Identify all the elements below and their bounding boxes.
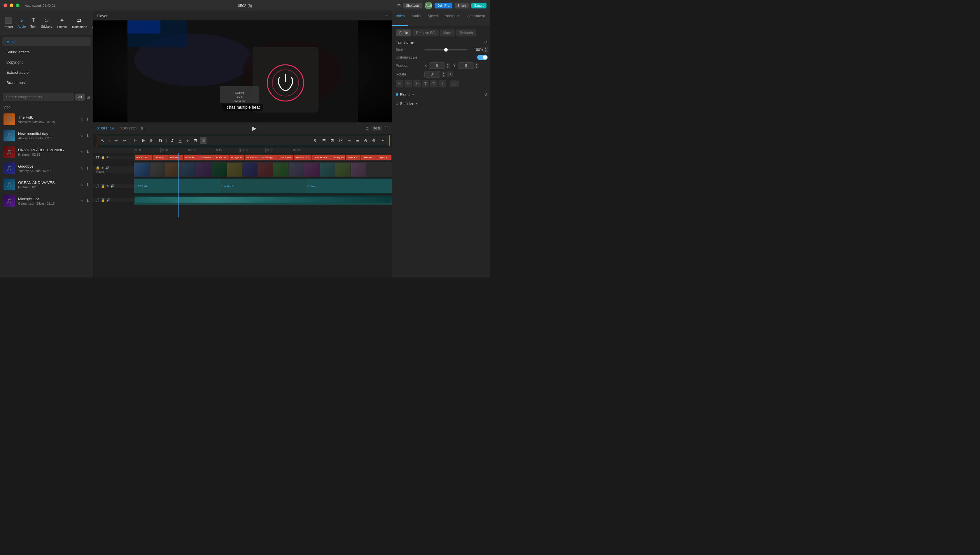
caption-clip-9[interactable]: TI settings (261, 155, 277, 160)
shortcuts-button[interactable]: Shortcuts (403, 3, 423, 8)
transform-reset-button[interactable]: ↺ (484, 40, 488, 45)
music-vol-icon[interactable]: 🔊 (106, 198, 110, 202)
scale-down-button[interactable]: ▼ (484, 50, 488, 53)
rotate-input[interactable]: 0° (424, 71, 440, 77)
caption-clip-1[interactable]: TI POV: Wh (135, 155, 152, 160)
scale-stepper[interactable]: ▲ ▼ (484, 47, 488, 53)
video-eye-icon[interactable]: 👁 (101, 166, 104, 170)
caption-clip-15[interactable]: TI enjoy th (360, 155, 375, 160)
video-clip-15[interactable] (350, 163, 366, 176)
caption-clip-6[interactable]: TI It is cal (215, 155, 230, 160)
song-download-2[interactable]: ⬇ (86, 133, 90, 138)
song-favorite-2[interactable]: ☆ (80, 133, 84, 138)
tl-text-align-left[interactable]: ⊨ (132, 137, 139, 144)
transform-expand-icon[interactable]: ▾ (413, 40, 415, 44)
sidebar-tab-brand-music[interactable]: Brand music (2, 78, 91, 87)
play-button[interactable]: ▶ (252, 125, 256, 132)
tl-mirror[interactable]: ⟡ (185, 137, 191, 144)
x-stepper[interactable]: ▲ ▼ (446, 63, 450, 69)
song-item-2[interactable]: 🎵 New beautiful day Aleksei Gorobeto · 0… (0, 127, 93, 144)
sidebar-tab-sound-effects[interactable]: Sound effects (2, 48, 91, 56)
fullscreen-button[interactable]: ⛶ (385, 126, 389, 131)
video-clip-12[interactable] (304, 163, 320, 176)
video-clip-10[interactable] (273, 163, 288, 176)
tab-video[interactable]: Video (392, 11, 408, 26)
scale-slider-thumb[interactable] (444, 48, 448, 51)
caption-clip-10[interactable]: TI customize (277, 155, 293, 160)
tl-split-audio[interactable]: ⊟ (321, 137, 328, 144)
video-lock-icon[interactable]: 🔒 (96, 166, 100, 170)
toolbar-import[interactable]: ⬛ Import (2, 16, 15, 30)
export-button[interactable]: Export (471, 3, 487, 8)
tab-adjustment[interactable]: Adjustment (464, 11, 488, 26)
player-menu-icon[interactable]: ⋯ (384, 13, 389, 18)
video-clip-5[interactable] (196, 163, 211, 176)
song-favorite-6[interactable]: ☆ (80, 199, 84, 203)
song-download-4[interactable]: ⬇ (86, 166, 90, 170)
song-download-6[interactable]: ⬇ (86, 199, 90, 203)
audio-eye-icon[interactable]: 👁 (106, 184, 109, 188)
align-top-button[interactable]: ⊤ (430, 80, 437, 87)
video-clip-14[interactable] (335, 163, 350, 176)
audio-tl-icon[interactable]: 🎵 (96, 184, 100, 188)
caption-clip-7[interactable]: TI Dryer w (230, 155, 244, 160)
video-clip-8[interactable] (243, 163, 257, 176)
rotate-stepper[interactable]: ▲ ▼ (442, 72, 446, 77)
eye-icon[interactable]: 👁 (106, 156, 109, 159)
join-pro-button[interactable]: Join Pro (435, 3, 452, 8)
scale-up-button[interactable]: ▲ (484, 47, 488, 50)
toolbar-text[interactable]: T Text (28, 16, 39, 30)
tl-split[interactable]: ⊢ (345, 137, 353, 144)
share-button[interactable]: Share (455, 3, 469, 8)
song-item-4[interactable]: 🎵 Goodbye Yummy Sounds · 02:38 ☆ ⬇ (0, 160, 93, 176)
basic-tab-retouch[interactable]: Retouch (456, 29, 476, 37)
tl-advanced[interactable]: ⊞⃝ (200, 137, 207, 144)
tl-tool-redo[interactable]: ↪ (121, 137, 128, 144)
basic-tab-mask[interactable]: Mask (440, 29, 455, 37)
blend-reset-button[interactable]: ↺ (484, 92, 488, 97)
video-clip-6[interactable] (212, 163, 227, 176)
tl-zoom-out[interactable]: ⊖ (362, 137, 369, 144)
tab-animation[interactable]: Animation (441, 11, 464, 26)
song-favorite-3[interactable]: ☆ (80, 149, 84, 154)
timeline-playhead[interactable] (178, 153, 178, 217)
song-favorite-5[interactable]: ☆ (80, 182, 84, 187)
caption-clip-3[interactable]: TI dryer; (169, 155, 183, 160)
video-audio-icon[interactable]: 🔊 (105, 166, 109, 170)
x-down-button[interactable]: ▼ (446, 66, 450, 69)
tl-zoom-in[interactable]: ⊕ (370, 137, 378, 144)
maximize-button[interactable] (16, 3, 19, 7)
toolbar-stickers[interactable]: ☺ Stickers (39, 16, 55, 30)
tl-tool-undo[interactable]: ↩ (112, 137, 120, 144)
caption-clip-2[interactable]: TI looking (153, 155, 169, 160)
song-download-3[interactable]: ⬇ (86, 149, 90, 154)
caption-clip-8[interactable]: TI It has mul (245, 155, 261, 160)
tab-ai-style[interactable]: AI sty (488, 11, 490, 26)
caption-clip-4[interactable]: TI further, (184, 155, 200, 160)
song-item-6[interactable]: 🎵 Midnight Lofi Galea Iustin-Silviu · 02… (0, 192, 93, 209)
song-item-5[interactable]: 🎵 OCEAN AND WAVES finetune · 02:35 ☆ ⬇ (0, 176, 93, 192)
y-down-button[interactable]: ▼ (474, 66, 479, 69)
blend-expand-icon[interactable]: ▾ (413, 93, 414, 96)
song-favorite-4[interactable]: ☆ (80, 166, 84, 170)
rotate-down-button[interactable]: ▼ (442, 75, 446, 77)
y-stepper[interactable]: ▲ ▼ (474, 63, 479, 69)
sidebar-tab-extract-audio[interactable]: Extract audio (2, 68, 91, 77)
all-filter-button[interactable]: All (75, 93, 85, 101)
video-clip-11[interactable] (289, 163, 304, 176)
close-button[interactable] (3, 3, 7, 7)
video-clip-9[interactable] (258, 163, 273, 176)
timeline[interactable]: 00:00 |00:05 |00:10 |00:15 |00:20 |00:25… (93, 148, 392, 278)
basic-tab-removebg[interactable]: Remove BG (413, 29, 439, 37)
stabilize-expand-icon[interactable]: ▾ (416, 102, 418, 106)
fullscreen-preview-button[interactable]: ⊡ (365, 126, 369, 131)
toolbar-transitions[interactable]: ⇄ Transitions (69, 16, 89, 30)
sidebar-tab-copyright[interactable]: Copyright (2, 58, 91, 67)
song-download-1[interactable]: ⬇ (86, 117, 90, 122)
minimize-button[interactable] (10, 3, 13, 7)
audio-vol-icon[interactable]: 🔊 (111, 184, 115, 188)
x-input[interactable]: 0 (429, 63, 445, 69)
tl-freeze[interactable]: △ (177, 137, 183, 144)
x-up-button[interactable]: ▲ (446, 63, 450, 66)
tl-crop[interactable]: ⊡ (192, 137, 199, 144)
